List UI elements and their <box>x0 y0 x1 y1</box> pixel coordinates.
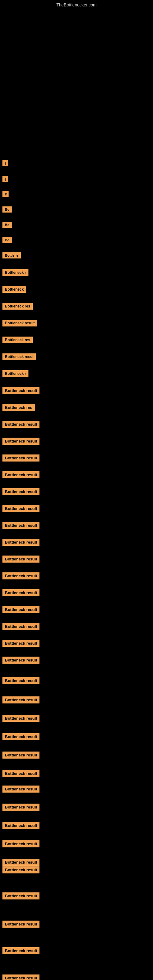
label-bo3: Bo <box>1 235 12 245</box>
label-bottleneck-result15: Bottleneck result <box>1 604 40 615</box>
label-bottleneck-result-2360: Bottleneck result <box>1 731 40 742</box>
label-bottleneck-res1: Bottleneck res <box>1 301 33 312</box>
label-bottleneck-result-3148: Bottleneck result <box>1 973 40 980</box>
label-bottleneck1: Bottleneck <box>1 284 26 294</box>
label-bottleneck-result9: Bottleneck result <box>1 503 40 514</box>
label-bo2: Bo <box>1 220 12 230</box>
label-bottleneck-result5: Bottleneck result <box>1 436 40 447</box>
label-bottleneck-result-2420: Bottleneck result <box>1 750 40 760</box>
label-bottleneck-result17: Bottleneck result <box>1 638 40 649</box>
label-bottleneck-result-2880: Bottleneck result <box>1 891 40 901</box>
label-bottleneck-res2: Bottleneck res <box>1 335 33 345</box>
label-bottleneck-result-2240: Bottleneck result <box>1 695 40 705</box>
label-bottleneck-result4: Bottleneck result <box>1 419 40 430</box>
label-bottleneck-result12: Bottleneck result <box>1 554 40 565</box>
label-bottleneck-result-2177: Bottleneck result <box>1 675 40 686</box>
label-bottleneck-result7: Bottleneck result <box>1 469 40 480</box>
label-bottleneck-result-2531: Bottleneck result <box>1 784 40 794</box>
label-tiny3: B <box>1 189 9 200</box>
label-bottleneck-result-2650: Bottleneck result <box>1 820 40 831</box>
label-bottleneck-result2: Bottleneck resul <box>1 352 36 362</box>
site-title: TheBottlenecker.com <box>0 0 153 9</box>
label-bottleneck-result-2972: Bottleneck result <box>1 919 40 929</box>
label-bottlene: Bottlene <box>1 250 21 260</box>
label-bottleneck-result11: Bottleneck result <box>1 537 40 547</box>
label-bo1: Bo <box>1 205 12 215</box>
label-bottleneck-result8: Bottleneck result <box>1 486 40 497</box>
label-bottleneck-result16: Bottleneck result <box>1 621 40 632</box>
label-tiny1: | <box>1 158 8 169</box>
label-bottleneck-result-3059: Bottleneck result <box>1 945 40 956</box>
label-tiny2: | <box>1 174 8 185</box>
label-bottleneck-result13: Bottleneck result <box>1 571 40 581</box>
label-bottleneck-result-2300: Bottleneck result <box>1 713 40 724</box>
label-bottleneck-result-2480: Bottleneck result <box>1 768 40 779</box>
label-bottleneck-r2: Bottleneck r <box>1 368 29 379</box>
label-bottleneck-result1: Bottleneck result <box>1 318 37 328</box>
label-bottleneck-result-2710: Bottleneck result <box>1 838 40 849</box>
label-bottleneck-result-2795: Bottleneck result <box>1 865 40 875</box>
label-bottleneck-result14: Bottleneck result <box>1 587 40 598</box>
label-bottleneck-result-2590: Bottleneck result <box>1 802 40 813</box>
label-bottleneck-res3: Bottleneck res <box>1 402 35 413</box>
label-bottleneck-result10: Bottleneck result <box>1 520 40 531</box>
label-bottleneck-result6: Bottleneck result <box>1 453 40 463</box>
label-bottleneck-result18: Bottleneck result <box>1 655 40 665</box>
label-bottleneck-result3: Bottleneck result <box>1 385 40 396</box>
label-bottleneck-r1: Bottleneck r <box>1 267 29 278</box>
